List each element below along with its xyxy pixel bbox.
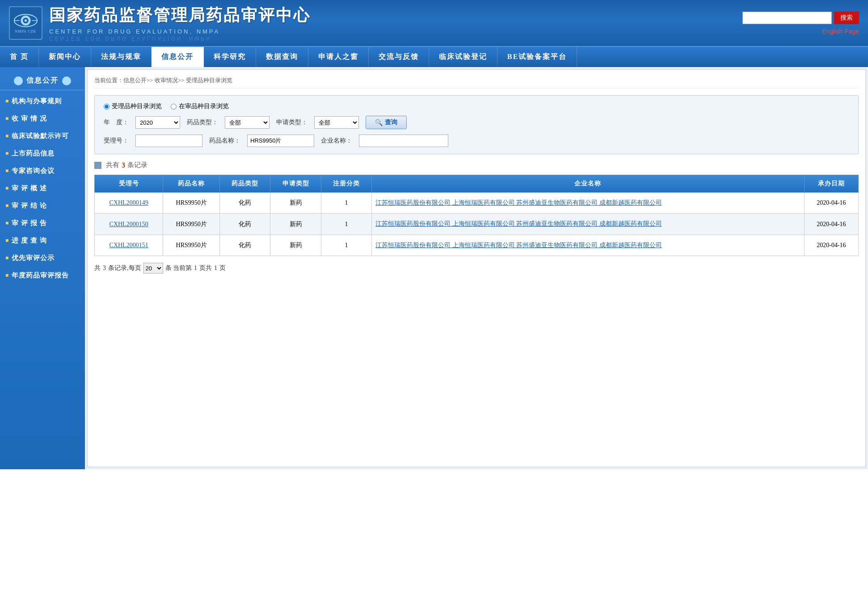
pagination-total-text: 共	[94, 264, 101, 272]
apply-type-cell-3: 新药	[270, 235, 321, 256]
header-title-cn: 国家药品监督管理局药品审评中心	[49, 4, 311, 26]
rss-icon-priority: ■	[5, 255, 9, 261]
nav-item-applicant[interactable]: 申请人之窗	[308, 47, 369, 67]
header-title-en: CENTER FOR DRUG EVALUATION, NMPA	[49, 28, 311, 35]
pagination-per-page-text: 条记录,每页	[108, 264, 141, 272]
svg-point-3	[25, 19, 27, 22]
apply-type-select[interactable]: 全部	[314, 116, 359, 129]
nav-bar: 首 页 新闻中心 法规与规章 信息公开 科学研究 数据查询 申请人之窗 交流与反…	[0, 46, 868, 67]
rss-icon-eval-overview: ■	[5, 185, 9, 192]
sidebar-item-review-label: 收 审 情 况	[12, 114, 46, 123]
sidebar-item-annual-report[interactable]: ■ 年度药品审评报告	[0, 267, 85, 284]
rss-icon-review: ■	[5, 115, 9, 122]
nav-item-exchange[interactable]: 交流与反馈	[369, 47, 429, 67]
filter-row-1: 年 度： 2020 药品类型： 全部 申请类型： 全部 🔍 查询	[104, 116, 849, 129]
sidebar-item-review[interactable]: ■ 收 审 情 况	[0, 110, 85, 127]
accept-no-cell-3[interactable]: CXHL2000151	[95, 235, 163, 256]
query-button[interactable]: 🔍 查询	[366, 116, 407, 129]
table-body: CXHL2000149 HRS9950片 化药 新药 1 江苏恒瑞医药股份有限公…	[95, 193, 859, 256]
sidebar-item-expert[interactable]: ■ 专家咨询会议	[0, 162, 85, 180]
pagination-current-page: 1	[194, 265, 197, 272]
nav-item-data[interactable]: 数据查询	[256, 47, 308, 67]
header-left: NMPA CDE 国家药品监督管理局药品审评中心 CENTER FOR DRUG…	[9, 4, 311, 42]
sidebar-item-annual-report-label: 年度药品审评报告	[12, 271, 69, 280]
radio-reviewing-input[interactable]	[171, 104, 177, 109]
sidebar-item-eval-conclusion-label: 审 评 结 论	[12, 202, 46, 210]
rss-icon-expert: ■	[5, 168, 9, 174]
sidebar-item-listed-drugs[interactable]: ■ 上市药品信息	[0, 145, 85, 162]
logo-box: NMPA CDE	[9, 6, 42, 40]
results-icon	[94, 162, 101, 169]
nav-item-home[interactable]: 首 页	[0, 47, 39, 67]
col-date: 承办日期	[804, 175, 858, 193]
sidebar-item-priority[interactable]: ■ 优先审评公示	[0, 249, 85, 267]
pagination-last-text: 页	[219, 264, 226, 272]
drug-name-label: 药品名称：	[209, 137, 240, 145]
main-layout: 信息公开 ■ 机构与办事规则 ■ 收 审 情 况 ■ 临床试验默示许可 ■ 上市…	[0, 67, 868, 469]
reg-class-cell-2: 1	[321, 214, 371, 235]
nav-item-info[interactable]: 信息公开	[152, 47, 204, 67]
pagination: 共 3 条记录,每页 20 50 100 条 当前第 1 页共 1 页	[94, 263, 859, 274]
search-button[interactable]: 搜索	[834, 12, 859, 24]
accept-no-label: 受理号：	[104, 137, 129, 145]
filter-row-2: 受理号： 药品名称： 企业名称：	[104, 135, 849, 147]
accept-no-cell-1[interactable]: CXHL2000149	[95, 193, 163, 214]
accept-no-input[interactable]	[135, 135, 202, 147]
reg-class-cell-1: 1	[321, 193, 371, 214]
results-count-suffix: 条记录	[127, 161, 147, 169]
drug-type-select[interactable]: 全部	[225, 116, 270, 129]
radio-accepted-label: 受理品种目录浏览	[112, 102, 162, 110]
radio-reviewing[interactable]: 在审品种目录浏览	[171, 102, 229, 110]
sidebar-item-expert-label: 专家咨询会议	[12, 167, 55, 175]
company-cell-1[interactable]: 江苏恒瑞医药股份有限公司 上海恒瑞医药有限公司 苏州盛迪亚生物医药有限公司 成都…	[372, 193, 805, 214]
pagination-current-text: 条 当前第	[165, 264, 192, 272]
search-input[interactable]	[742, 12, 832, 24]
table-row: CXHL2000151 HRS9950片 化药 新药 1 江苏恒瑞医药股份有限公…	[95, 235, 859, 256]
rss-icon-listed-drugs: ■	[5, 150, 9, 157]
header-right: 搜索 English Page	[742, 12, 859, 35]
nav-item-news[interactable]: 新闻中心	[39, 47, 91, 67]
nav-item-clinical[interactable]: 临床试验登记	[429, 47, 497, 67]
sidebar-item-progress[interactable]: ■ 进 度 查 询	[0, 232, 85, 249]
nav-item-science[interactable]: 科学研究	[204, 47, 256, 67]
sidebar-item-eval-overview[interactable]: ■ 审 评 概 述	[0, 180, 85, 197]
radio-reviewing-label: 在审品种目录浏览	[179, 102, 229, 110]
drug-name-input[interactable]	[247, 135, 314, 147]
filter-panel: 受理品种目录浏览 在审品种目录浏览 年 度： 2020 药品类型： 全部 申请	[94, 95, 859, 154]
date-cell-1: 2020-04-16	[804, 193, 858, 214]
sidebar-item-clinical-permit[interactable]: ■ 临床试验默示许可	[0, 127, 85, 145]
drug-type-cell-2: 化药	[220, 214, 270, 235]
rss-icon-clinical-permit: ■	[5, 133, 9, 139]
col-accept-no: 受理号	[95, 175, 163, 193]
breadcrumb: 当前位置：信息公开>> 收审情况>> 受理品种目录浏览	[94, 76, 859, 88]
sidebar-item-eval-conclusion[interactable]: ■ 审 评 结 论	[0, 197, 85, 215]
header-title-en-reflected: CENTER FOR DRUG EVALUATION, NMPA	[49, 35, 311, 42]
radio-accepted-input[interactable]	[104, 104, 110, 109]
company-name-input[interactable]	[359, 135, 448, 147]
pagination-total-pages-text: 页共	[199, 264, 212, 272]
col-apply-type: 申请类型	[270, 175, 321, 193]
radio-accepted[interactable]: 受理品种目录浏览	[104, 102, 162, 110]
company-cell-2[interactable]: 江苏恒瑞医药股份有限公司 上海恒瑞医药有限公司 苏州盛迪亚生物医药有限公司 成都…	[372, 214, 805, 235]
company-cell-3[interactable]: 江苏恒瑞医药股份有限公司 上海恒瑞医药有限公司 苏州盛迪亚生物医药有限公司 成都…	[372, 235, 805, 256]
table-row: CXHL2000150 HRS9950片 化药 新药 1 江苏恒瑞医药股份有限公…	[95, 214, 859, 235]
english-page-link[interactable]: English Page	[822, 28, 859, 35]
sidebar-item-priority-label: 优先审评公示	[12, 254, 55, 262]
year-select[interactable]: 2020	[135, 116, 180, 129]
sidebar-item-eval-report[interactable]: ■ 审 评 报 告	[0, 215, 85, 232]
sidebar-item-eval-report-label: 审 评 报 告	[12, 219, 46, 227]
accept-no-cell-2[interactable]: CXHL2000150	[95, 214, 163, 235]
drug-type-label: 药品类型：	[187, 118, 218, 126]
apply-type-label: 申请类型：	[276, 118, 308, 126]
nav-item-be[interactable]: BE试验备案平台	[497, 47, 577, 67]
col-reg-class: 注册分类	[321, 175, 371, 193]
sidebar-item-institution[interactable]: ■ 机构与办事规则	[0, 93, 85, 110]
per-page-select[interactable]: 20 50 100	[143, 263, 163, 274]
nav-item-regulations[interactable]: 法规与规章	[91, 47, 152, 67]
radio-filter-row: 受理品种目录浏览 在审品种目录浏览	[104, 102, 849, 110]
reg-class-cell-3: 1	[321, 235, 371, 256]
header: NMPA CDE 国家药品监督管理局药品审评中心 CENTER FOR DRUG…	[0, 0, 868, 46]
col-drug-name: 药品名称	[163, 175, 220, 193]
results-count-text: 共有	[106, 161, 119, 169]
logo-icon	[13, 13, 38, 28]
